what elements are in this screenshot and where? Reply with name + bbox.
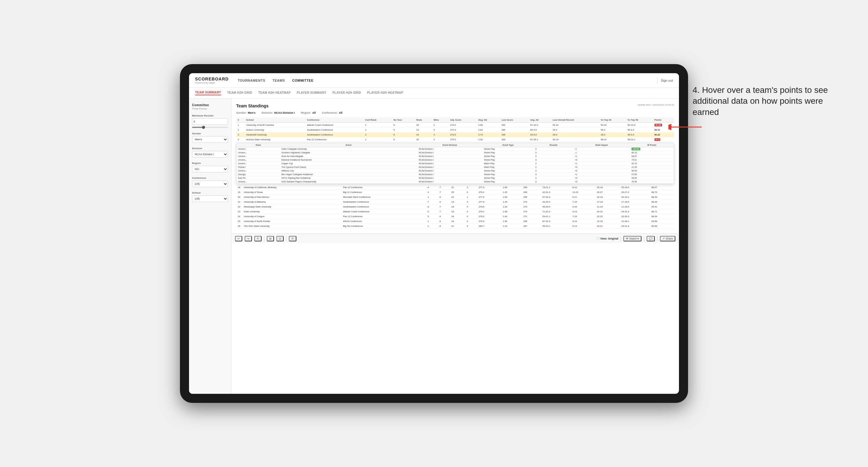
col-rank: #	[236, 117, 245, 123]
filter-region-label: Region:	[301, 111, 311, 114]
slider-thumb[interactable]	[202, 126, 205, 129]
tooltip-col-rank: Rank Impact	[574, 143, 630, 147]
subnav-player-h2h-grid[interactable]: PLAYER H2H GRID	[332, 91, 361, 95]
nav-teams[interactable]: TEAMS	[273, 79, 285, 82]
avg-sg-cell: 1.32	[501, 205, 522, 209]
conference-select[interactable]: (All)	[192, 181, 228, 187]
points-cell[interactable]: 88.07	[650, 185, 674, 190]
gender-select[interactable]: Men's Women's	[192, 136, 228, 143]
adj-score-cell: 278.1	[477, 190, 501, 195]
tooltip-rank: +1	[574, 155, 630, 158]
points-cell[interactable]: 88.71	[650, 209, 674, 214]
adj-score-cell: 279.3	[477, 219, 501, 224]
wins-cell: 1	[465, 195, 477, 199]
rank-cell: 20	[236, 195, 242, 199]
overall-record-cell: 29-5	[551, 132, 599, 137]
adj-score-cell: 277.9	[477, 199, 501, 205]
tooltip-event: Copper Cup	[280, 162, 417, 165]
school-select[interactable]: (All)	[192, 195, 228, 202]
sidebar-portal-title: Committee	[192, 103, 228, 107]
subnav-player-summary[interactable]: PLAYER SUMMARY	[297, 91, 326, 95]
tooltip-wpoints: 78.30	[630, 180, 674, 184]
copy-button[interactable]: ⊞	[267, 236, 274, 241]
tours-cell: 8	[392, 132, 415, 137]
sign-out-link[interactable]: Sign out	[661, 79, 673, 82]
division-select[interactable]: NCAA Division I NCAA Division II	[192, 151, 228, 158]
tours-cell: 8	[438, 195, 450, 199]
tooltip-rank: -1	[574, 151, 630, 155]
col-conf-rank: Conf Rank	[364, 117, 392, 123]
watch-button[interactable]: 👁 Watch ▾	[623, 236, 642, 241]
logo-area: SCOREBOARD Powered by clippd	[195, 76, 229, 84]
update-label: Update time:	[638, 103, 651, 106]
points-cell[interactable]: 88.49	[650, 199, 674, 205]
subnav-team-summary[interactable]: TEAM SUMMARY	[195, 91, 221, 95]
undo-button[interactable]: ↩	[235, 236, 242, 241]
tooltip-division: NCAA Division I	[417, 176, 483, 180]
table-row: 4 Arizona State University Pac-12 Confer…	[236, 137, 674, 142]
clock-button[interactable]: ⏱	[289, 236, 297, 241]
share-button[interactable]: ↗ Share	[660, 236, 675, 241]
sidebar-min-rounds-label: Minimum Rounds	[192, 114, 228, 117]
col-vs-top25: Vs Top 25	[599, 117, 626, 123]
nav-committee[interactable]: COMMITTEE	[292, 79, 314, 82]
nav-tournaments[interactable]: TOURNAMENTS	[238, 79, 265, 82]
inner-report: Team Standings Update time: 13/03/2024 1…	[236, 103, 674, 229]
tours-cell: 7	[438, 209, 450, 214]
conf-rank-cell: 4	[426, 185, 438, 190]
refresh-button[interactable]: ↻	[254, 236, 261, 241]
adj-score-cell: 278.0	[477, 214, 501, 219]
vs-top50-cell: 12-18-1	[620, 219, 650, 224]
points-cell[interactable]: 80.94	[650, 224, 674, 229]
bottom-toolbar: ↩ ↪ ↻ ⊞ ⊡ ⏱ 📄 View: Original 👁 Watch ▾ 💬	[231, 234, 679, 243]
redo-button[interactable]: ↪	[245, 236, 252, 241]
points-cell[interactable]: 83.41	[650, 205, 674, 209]
comment-button[interactable]: 💬	[647, 236, 655, 241]
wins-cell: 4	[432, 132, 448, 137]
points-cell[interactable]: 83.89	[650, 219, 674, 224]
nav-links: TOURNAMENTS TEAMS COMMITTEE	[238, 79, 654, 82]
region-select[interactable]: N/A All	[192, 166, 228, 173]
table-row-highlighted: 3 Vanderbilt University Southeastern Con…	[236, 132, 674, 137]
school-cell: University of North Florida	[242, 219, 341, 224]
filter-gender-label: Gender:	[236, 111, 247, 114]
tooltip-division: NCAA Division I	[417, 158, 483, 162]
points-cell[interactable]: 79.5	[653, 137, 674, 142]
wins-cell: 0	[465, 205, 477, 209]
avg-sg-cell: 1.60	[501, 185, 522, 190]
report-area: Team Standings Update time: 13/03/2024 1…	[231, 99, 679, 234]
subnav-team-h2h-grid[interactable]: TEAM H2H GRID	[227, 91, 252, 95]
report-title: Team Standings	[236, 103, 269, 108]
sidebar-gender-label: Gender	[192, 132, 228, 135]
tooltip-wpoints: 74.91	[630, 158, 674, 162]
avg-sg-cell: 1.22	[501, 224, 522, 229]
tooltip-header: Team Event Event Division Event Type Rou…	[237, 143, 674, 147]
tooltip-type: Stroke Play	[483, 173, 534, 176]
points-cell[interactable]: 88.34	[650, 214, 674, 219]
min-rounds-input[interactable]	[192, 118, 228, 125]
subnav-team-h2h-heatmap[interactable]: TEAM H2H HEATMAP	[258, 91, 291, 95]
adj-score-cell: 272.3	[448, 128, 477, 132]
low-score-cell: 270	[522, 205, 541, 209]
tooltip-rounds: 3	[534, 147, 574, 151]
avg-sg-cell: 1.40	[501, 214, 522, 219]
overall-record-cell: 53-10	[551, 123, 599, 128]
points-cell[interactable]: 88.49	[650, 195, 674, 199]
school-cell: University of Oregon	[242, 214, 341, 219]
points-cell[interactable]: 88.70	[650, 190, 674, 195]
subnav-player-h2h-heatmap[interactable]: PLAYER H2H HEATMAP	[367, 91, 403, 95]
rnds-cell: 18	[450, 214, 465, 219]
tooltip-division: NCAA Division I	[417, 162, 483, 165]
tooltip-type: Stroke Play	[483, 176, 534, 180]
vs-top25-cell: 24-31	[595, 209, 620, 214]
low-score-cell: 271	[522, 214, 541, 219]
avg-all-cell: 57-23-2	[541, 195, 571, 199]
vs-top25-cell: 55-4	[599, 128, 626, 132]
school-cell: Mississippi State University	[242, 205, 341, 209]
paste-button[interactable]: ⊡	[276, 236, 284, 241]
avg-sg-cell: 2.50	[477, 137, 500, 142]
col-rnds: Rnds	[415, 117, 432, 123]
table-row: 25 University of North Florida ASUN Conf…	[236, 219, 674, 224]
tooltip-row: Univers... Williams Cup NCAA Division I …	[237, 169, 674, 173]
tours-cell: 7	[438, 185, 450, 190]
